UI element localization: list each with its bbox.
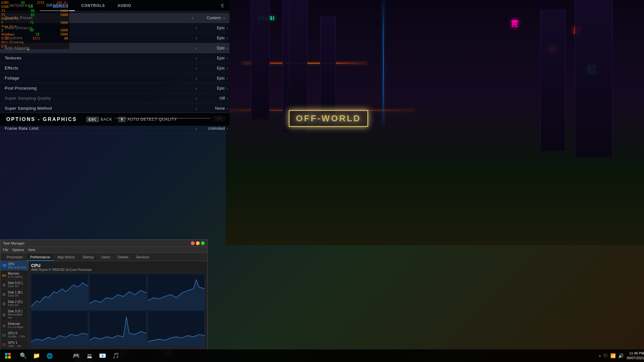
start-button[interactable] (0, 349, 16, 362)
tm-tab-processes[interactable]: Processes (3, 254, 26, 261)
effects-right-chevron[interactable]: › (226, 66, 228, 71)
media-taskbar-icon[interactable]: 🎵 (109, 349, 122, 362)
quality-preset-left-arrow[interactable]: ‹ (192, 15, 193, 20)
post-processing-right-chevron[interactable]: › (226, 86, 228, 91)
ethernet-icon (2, 323, 7, 328)
tm-sidebar-ethernet[interactable]: Ethernet 0.1 A 0 kbps (0, 321, 28, 330)
task-manager-menubar: File Options View (0, 247, 207, 253)
tm-options-menu[interactable]: Options (12, 248, 24, 252)
cpu-graph-area (30, 273, 206, 348)
building-5 (540, 9, 565, 151)
tm-tab-users[interactable]: Users (97, 254, 114, 261)
chinese-sign-3: 霓 (511, 19, 518, 29)
tm-sidebar-disk0[interactable]: Disk 0 (C:) SSD 0% (0, 280, 28, 289)
task-manager-window: Task Manager File Options View Processes… (0, 239, 208, 362)
auto-detect-button[interactable]: X AUTO DETECT QUALITY (119, 117, 177, 122)
svg-point-8 (4, 294, 5, 295)
settings-taskbar-icon[interactable]: ⚙ (57, 349, 69, 362)
super-sampling-method-right-chevron[interactable]: › (226, 106, 228, 111)
view-distance-right-chevron[interactable]: › (226, 25, 228, 30)
search-taskbar-icon[interactable]: 🔍 (17, 349, 30, 362)
frame-rate-limit-left-arrow[interactable]: ‹ (196, 126, 197, 131)
disk3-sublabel: Removable 0% (8, 313, 26, 319)
maximize-window-button[interactable] (201, 241, 205, 245)
post-processing-value: Epic (200, 86, 225, 90)
disk0-label: Disk 0 (C:) (8, 281, 23, 285)
browser-taskbar-icon[interactable]: 🌐 (43, 349, 56, 362)
foliage-row[interactable]: Foliage ‹ Epic › (0, 73, 230, 83)
textures-label: Textures (5, 56, 196, 60)
tray-chevron[interactable]: ∧ (599, 354, 601, 358)
task-manager-sidebar: CPU 59% 4.96 GHz Memory 6.7/1 (64%) Di (0, 261, 29, 362)
super-sampling-quality-right-chevron[interactable]: › (226, 96, 228, 101)
disk0-icon (2, 282, 7, 287)
foliage-left-arrow[interactable]: ‹ (196, 76, 197, 81)
anti-aliasing-left-arrow[interactable]: ‹ (196, 46, 197, 51)
effects-left-arrow[interactable]: ‹ (196, 66, 197, 71)
foliage-right-chevron[interactable]: › (226, 76, 228, 81)
taskbar-icons-area: 🔍 📁 🌐 ⚙ 🎮 💻 📧 🎵 (16, 349, 596, 362)
memory-icon (2, 273, 7, 277)
taskbar-clock[interactable]: 11:48 PM 09/07/2021 (627, 351, 644, 361)
post-processing-row[interactable]: Post Processing ‹ Epic › (0, 83, 230, 93)
effects-row[interactable]: Effects ‹ Epic › (0, 63, 230, 73)
super-sampling-method-row[interactable]: Super Sampling Method ‹ None › (0, 103, 230, 113)
textures-right-chevron[interactable]: › (226, 56, 228, 61)
tray-network-icon: 📶 (610, 353, 616, 358)
tm-tab-performance[interactable]: Performance (26, 254, 54, 261)
svg-point-6 (4, 284, 5, 285)
tm-sidebar-cpu[interactable]: CPU 59% 4.96 GHz (0, 261, 28, 271)
gpu1-label: GPU 1 (8, 341, 21, 344)
task-manager-titlebar: Task Manager (0, 240, 207, 247)
tm-sidebar-disk1[interactable]: Disk 1 (B:) SSD 0% (0, 289, 28, 299)
tray-shield-icon: 🛡 (603, 353, 608, 358)
tm-tab-services[interactable]: Services (132, 254, 153, 261)
effects-label: Effects (5, 66, 196, 70)
cpu-icon (2, 264, 7, 268)
quality-preset-right-arrow[interactable]: › (223, 15, 225, 20)
post-processing-left-arrow[interactable]: ‹ (196, 86, 197, 91)
view-distance-left-arrow[interactable]: ‹ (196, 25, 197, 30)
tm-file-menu[interactable]: File (3, 248, 8, 252)
gpu1-icon (2, 342, 7, 347)
bottom-bar: OPTIONS - GRAPHICS ESC BACK X AUTO DETEC… (0, 112, 230, 126)
super-sampling-method-left-arrow[interactable]: ‹ (196, 106, 197, 111)
tab-controls[interactable]: CONTROLS (75, 0, 111, 11)
anti-aliasing-right-chevron[interactable]: › (226, 46, 228, 51)
close-button[interactable]: E (219, 2, 226, 9)
svg-rect-18 (3, 344, 5, 345)
memory-sidebar-label: Memory (8, 272, 23, 275)
ethernet-sublabel: 0.1 A 0 kbps (8, 326, 23, 329)
task-manager-body: CPU 59% 4.96 GHz Memory 6.7/1 (64%) Di (0, 261, 207, 362)
quality-preset-value: Custom (196, 15, 221, 20)
tray-volume-icon: 🔊 (618, 353, 624, 358)
super-sampling-quality-row[interactable]: Super Sampling Quality ‹ Off › (0, 93, 230, 103)
minimize-window-button[interactable] (196, 241, 200, 245)
frame-rate-limit-right-chevron[interactable]: › (226, 126, 228, 131)
email-taskbar-icon[interactable]: 📧 (96, 349, 109, 362)
cpu-graph-cell-5 (89, 310, 147, 347)
tab-audio[interactable]: AUDIO (111, 0, 138, 11)
file-explorer-taskbar-icon[interactable]: 📁 (30, 349, 43, 362)
back-button[interactable]: ESC BACK (86, 117, 112, 122)
tm-tab-details[interactable]: Details (114, 254, 132, 261)
tm-sidebar-gpu1[interactable]: GPU 1 AMD... 0% (0, 340, 28, 349)
terminal-taskbar-icon[interactable]: 💻 (83, 349, 96, 362)
tm-sidebar-disk3[interactable]: Disk 3 (F:) Removable 0% (0, 308, 28, 321)
shadows-right-chevron[interactable]: › (226, 36, 228, 41)
game-taskbar-icon[interactable]: 🎮 (70, 349, 82, 362)
super-sampling-quality-left-arrow[interactable]: ‹ (196, 96, 197, 101)
disk2-label: Disk 2 (D:) (8, 300, 23, 304)
task-manager-header: CPU AMD Ryzen 9 7950X3D 16-Core Processo… (30, 262, 206, 272)
tm-sidebar-disk2[interactable]: Disk 2 (D:) SSD 0% (0, 299, 28, 308)
disk2-icon (2, 301, 7, 306)
tm-view-menu[interactable]: View (28, 248, 36, 252)
tm-sidebar-memory[interactable]: Memory 6.7/1 (64%) (0, 271, 28, 280)
shadows-left-arrow[interactable]: ‹ (196, 36, 197, 41)
textures-row[interactable]: Textures ‹ Epic › (0, 53, 230, 63)
tm-tab-app-history[interactable]: App history (54, 254, 79, 261)
tm-tab-startup[interactable]: Startup (79, 254, 97, 261)
tm-sidebar-gpu0[interactable]: GPU 0 NVidia... 73% (0, 330, 28, 340)
close-window-button[interactable] (191, 241, 195, 245)
textures-left-arrow[interactable]: ‹ (196, 56, 197, 61)
